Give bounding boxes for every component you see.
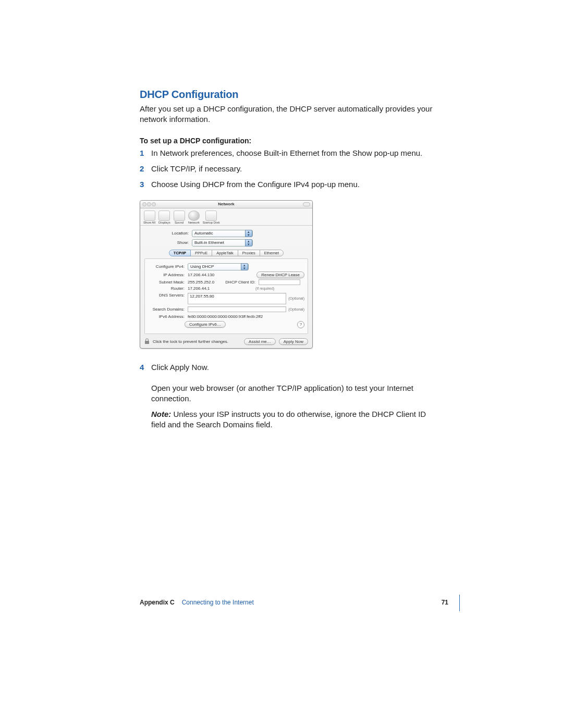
dhcp-client-id-input[interactable] xyxy=(259,279,300,285)
ipv6-address-value: fe80:0000:0000:0000:0000:93ff:fedb:2ff2 xyxy=(188,314,304,319)
subheader: To set up a DHCP configuration: xyxy=(140,137,438,145)
optional-label: (Optional) xyxy=(288,297,304,300)
chevron-updown-icon xyxy=(245,239,252,246)
chevron-updown-icon xyxy=(245,230,252,237)
tab-content: Configure IPv4: Using DHCP IP Address: 1… xyxy=(144,258,308,334)
toolbar-item-startupdisk[interactable]: Startup Disk xyxy=(203,211,220,224)
note-body: Unless your ISP instructs you to do othe… xyxy=(151,410,426,429)
tab-tcpip[interactable]: TCP/IP xyxy=(169,250,191,256)
dns-label: DNS Servers: xyxy=(148,293,188,298)
search-domains-label: Search Domains: xyxy=(148,307,188,312)
intro-paragraph: After you set up a DHCP configuration, t… xyxy=(140,104,438,125)
section-title: DHCP Configuration xyxy=(140,89,438,101)
subnet-label: Subnet Mask: xyxy=(148,280,188,285)
step-number: 2 xyxy=(140,163,151,175)
footer-rule xyxy=(459,595,460,611)
configure-select[interactable]: Using DHCP xyxy=(188,263,249,270)
tab-ethernet[interactable]: Ethernet xyxy=(260,250,284,256)
step-text: Choose Using DHCP from the Configure IPv… xyxy=(151,178,438,191)
panel-footer: Click the lock to prevent further change… xyxy=(140,336,312,348)
step-text: Click TCP/IP, if necessary. xyxy=(151,163,438,175)
network-prefs-window: Network Show All Displays Sound Network … xyxy=(140,200,313,349)
appendix-label: Appendix C xyxy=(140,599,175,606)
show-label: Show: xyxy=(144,240,192,245)
steps-list: 1In Network preferences, choose Built-in… xyxy=(140,147,438,191)
tab-proxies[interactable]: Proxies xyxy=(238,250,260,256)
toolbar-toggle-icon[interactable] xyxy=(303,202,310,206)
lock-hint: Click the lock to prevent further change… xyxy=(153,339,228,344)
step-text: In Network preferences, choose Built-in … xyxy=(151,147,438,159)
open-browser-paragraph: Open your web browser (or another TCP/IP… xyxy=(151,383,438,404)
window-title: Network xyxy=(218,202,235,206)
assist-me-button[interactable]: Assist me… xyxy=(244,338,276,345)
page-number: 71 xyxy=(442,599,448,606)
configure-ipv6-button[interactable]: Configure IPv6… xyxy=(185,321,226,328)
dhcp-client-id-label: DHCP Client ID: xyxy=(224,280,259,285)
step-text: Click Apply Now. xyxy=(151,361,438,374)
router-label: Router: xyxy=(148,286,188,291)
tab-appletalk[interactable]: AppleTalk xyxy=(212,250,238,256)
step-number: 4 xyxy=(140,361,151,374)
router-value: 17.206.44.1 xyxy=(188,286,224,291)
step-number: 1 xyxy=(140,147,151,159)
traffic-light-icons[interactable] xyxy=(142,202,156,209)
subnet-value: 255.255.252.0 xyxy=(188,280,224,285)
configure-label: Configure IPv4: xyxy=(148,264,188,269)
toolbar-item-displays[interactable]: Displays xyxy=(158,211,170,224)
appendix-title: Connecting to the Internet xyxy=(182,599,254,606)
toolbar-item-sound[interactable]: Sound xyxy=(174,211,185,224)
search-domains-input[interactable] xyxy=(188,306,286,312)
steps-list: 4Click Apply Now. xyxy=(140,361,438,374)
location-label: Location: xyxy=(144,231,192,236)
chevron-updown-icon xyxy=(241,263,248,270)
lock-icon[interactable] xyxy=(144,338,150,344)
ip-label: IP Address: xyxy=(148,273,188,277)
show-select[interactable]: Built-in Ethernet xyxy=(192,239,253,246)
ipv6-address-label: IPv6 Address: xyxy=(148,314,188,319)
optional-label: (Optional) xyxy=(288,307,304,311)
tab-bar: TCP/IP PPPoE AppleTalk Proxies Ethernet xyxy=(140,250,312,256)
toolbar-item-showall[interactable]: Show All xyxy=(143,211,155,224)
toolbar-item-network[interactable]: Network xyxy=(188,211,200,224)
prefs-toolbar: Show All Displays Sound Network Startup … xyxy=(140,208,312,226)
ip-value: 17.206.44.130 xyxy=(188,273,256,277)
note-label: Note: xyxy=(151,410,171,418)
dns-input[interactable]: 12.207.55.80 xyxy=(188,293,286,304)
renew-dhcp-button[interactable]: Renew DHCP Lease xyxy=(256,272,304,278)
step-number: 3 xyxy=(140,178,151,191)
apply-now-button[interactable]: Apply Now xyxy=(279,338,308,345)
page-footer: Appendix C Connecting to the Internet 71 xyxy=(140,599,443,606)
help-icon[interactable]: ? xyxy=(297,321,304,328)
note-paragraph: Note: Unless your ISP instructs you to d… xyxy=(151,409,438,430)
tab-pppoe[interactable]: PPPoE xyxy=(190,250,212,256)
client-id-hint: (If required) xyxy=(255,287,274,290)
location-select[interactable]: Automatic xyxy=(192,230,253,237)
window-titlebar: Network xyxy=(140,201,312,208)
